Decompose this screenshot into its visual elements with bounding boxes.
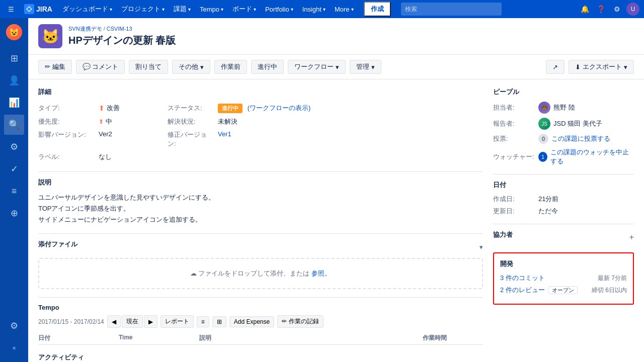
nav-board[interactable]: ボード ▾ [228,3,260,16]
sidebar-icon-list[interactable]: ≡ [4,181,24,201]
breadcrumb-issue-link[interactable]: CSVIM-13 [107,26,132,32]
tempo-add-expense-button[interactable]: Add Expense [229,316,274,327]
divider [38,297,483,298]
project-header: 🐱 SVN連携デモ / CSVIM-13 HPデザインの更新 春版 [28,18,644,55]
tempo-section: Tempo 2017/01/15 - 2017/02/14 ◀ 現在 ▶ レポー… [38,304,483,345]
improvement-icon: ⬆ [99,104,105,112]
tempo-prev-button[interactable]: ◀ [107,315,121,328]
browse-link[interactable]: 参照。 [311,269,331,277]
vote-link[interactable]: この課題に投票する [551,134,610,143]
settings-icon[interactable]: ⚙ [610,2,624,16]
add-collaborator-button[interactable]: + [629,233,634,242]
sidebar-icon-add[interactable]: ⊕ [4,203,24,223]
assignee-label: 担当者: [493,103,538,112]
chevron-down-icon: ▾ [624,63,627,71]
breadcrumb-project-link[interactable]: SVN連携デモ [68,26,102,32]
sidebar-project-avatar[interactable]: 😺 [6,24,22,40]
sidebar-icon-charts[interactable]: 📊 [4,93,24,113]
tempo-col-desc: 説明 [199,334,423,342]
nav-more[interactable]: More ▾ [331,4,358,15]
reviews-row: 2 件のレビュー オープン 締切 6日以内 [500,286,627,295]
tempo-col-time: Time [119,334,199,342]
tempo-table-header: 日付 Time 説明 作業時間 [38,332,483,345]
help-icon[interactable]: ❓ [594,2,608,16]
affect-ver-value: Ver2 [99,128,168,150]
in-progress-button[interactable]: 進行中 [251,60,284,74]
votes-count: 0 [538,134,548,144]
priority-icon: ⬆ [99,118,104,125]
chevron-down-icon: ▾ [188,7,191,12]
chevron-down-icon: ▾ [291,7,293,12]
sidebar-icon-search[interactable]: 🔍 [4,115,24,135]
reviews-link[interactable]: 2 件のレビュー [500,286,545,294]
nav-dashboard[interactable]: ダッシュボード ▾ [58,3,116,16]
comment-button[interactable]: 💬 コメント [76,60,125,74]
tempo-worklog-button[interactable]: ✏ 作業の記録 [277,315,323,328]
other-button[interactable]: その他 ▾ [172,60,210,74]
notifications-icon[interactable]: 🔔 [578,2,592,16]
sidebar-icon-check[interactable]: ✓ [4,159,24,179]
attachment-title: 添付ファイル [38,240,77,249]
tempo-date-range: 2017/01/15 - 2017/02/14 [38,318,104,325]
commits-meta: 最新 7分前 [598,274,627,283]
breadcrumb: SVN連携デモ / CSVIM-13 [68,25,176,33]
activity-section: アクティビティ すべて コメント Slack 作業ログ 履歴 アクティビティ T… [38,353,483,362]
tempo-present-button[interactable]: 現在 [122,315,143,328]
description-title: 説明 [38,178,483,187]
commits-link[interactable]: 3 件のコミット [500,274,545,282]
development-title: 開発 [500,259,627,268]
tempo-next-button[interactable]: ▶ [144,315,157,328]
nav-projects[interactable]: プロジェクト ▾ [117,3,169,16]
export-button[interactable]: ⬇ エクスポート ▾ [569,60,634,74]
sidebar-icon-collapse[interactable]: « [4,338,24,358]
project-avatar: 🐱 [38,24,62,48]
type-label: タイプ: [38,102,99,115]
label-value: なし [99,150,168,163]
top-navigation: ☰ JIRA ダッシュボード ▾ プロジェクト ▾ 課題 ▾ Tempo ▾ ボ… [0,0,644,18]
edit-button[interactable]: ✏ 編集 [38,60,72,74]
before-work-button[interactable]: 作業前 [214,60,247,74]
search-input[interactable] [401,3,502,16]
side-column: ピープル 担当者: 🐻 熊野 陸 報告者: JS JSD 猫田 美代子 [493,87,634,362]
create-button[interactable]: 作成 [364,2,391,17]
nav-issues[interactable]: 課題 ▾ [170,3,195,16]
sidebar-icon-cog[interactable]: ⚙ [4,137,24,157]
share-button[interactable]: ↗ [546,60,565,74]
reviews-badge: オープン [548,286,578,294]
hamburger-menu-icon[interactable]: ☰ [4,2,18,16]
manage-button[interactable]: 管理 ▾ [350,60,381,74]
tempo-list-button[interactable]: ≡ [197,316,209,327]
app-body: 😺 ⊞ 👤 📊 🔍 ⚙ ✓ ≡ ⊕ ⚙ « 🐱 SVN連携デモ / CS [0,18,644,362]
user-avatar[interactable]: U [626,2,640,16]
tempo-report-button[interactable]: レポート [160,315,194,328]
assignee-avatar: 🐻 [538,102,550,114]
type-value: ⬆ 改善 [99,104,120,113]
tempo-controls: 2017/01/15 - 2017/02/14 ◀ 現在 ▶ レポート ≡ ⊞ … [38,315,483,328]
attachment-toggle[interactable]: ▾ [479,243,483,251]
attachment-dropzone[interactable]: ☁ ファイルをドロップして添付、または 参照。 [38,258,483,289]
nav-tempo[interactable]: Tempo ▾ [196,4,227,15]
sidebar-icon-reports[interactable]: 👤 [4,70,24,90]
nav-portfolio[interactable]: Portfolio ▾ [261,4,297,15]
divider [38,233,483,234]
nav-right-icons: 🔔 ❓ ⚙ U [578,2,640,16]
tempo-table-button[interactable]: ⊞ [212,316,226,327]
affect-ver-label: 影響バージョン: [38,128,99,150]
sidebar-icon-settings[interactable]: ⚙ [4,316,24,336]
tempo-col-date: 日付 [38,334,119,342]
tempo-nav: ◀ 現在 ▶ [107,315,157,328]
watchers-label: ウォッチャー: [493,152,538,161]
nav-insight[interactable]: Insight ▾ [298,4,330,15]
table-row: 影響バージョン: Ver2 修正バージョン: Ver1 [38,128,483,150]
collaborators-section: 協力者 + [493,230,634,244]
fix-ver-link[interactable]: Ver1 [218,130,231,138]
watch-link[interactable]: この課題のウォッチを中止する [550,148,634,166]
assign-button[interactable]: 割り当て [129,60,168,74]
jira-logo-text: JIRA [36,5,52,13]
workflow-button[interactable]: ワークフロー ▾ [288,60,346,74]
sidebar-icon-board[interactable]: ⊞ [4,48,24,68]
updated-label: 更新日: [493,207,538,216]
resolution-value: 未解決 [218,115,483,128]
reporter-row: 報告者: JS JSD 猫田 美代子 [493,118,634,130]
workflow-link[interactable]: (ワークフローの表示) [248,104,311,112]
